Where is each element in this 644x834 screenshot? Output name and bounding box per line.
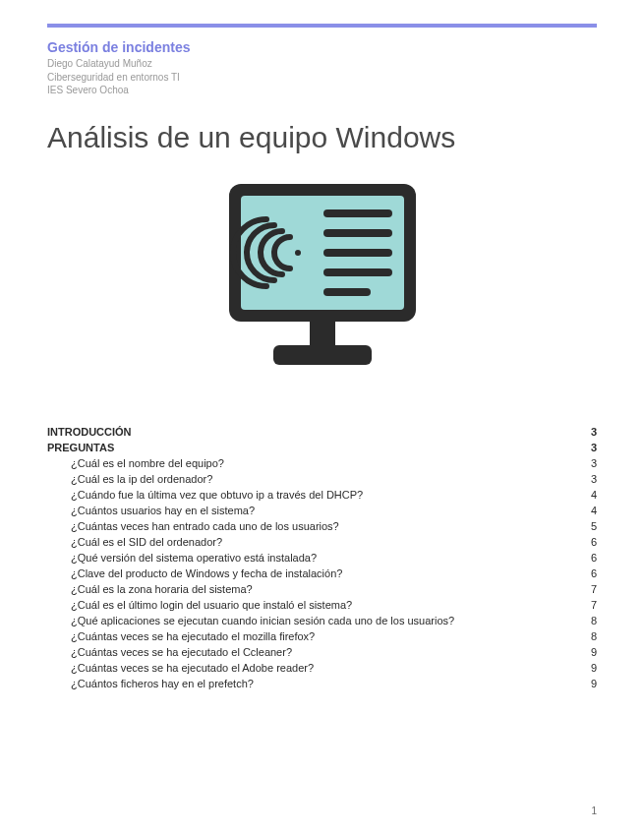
toc-section-row: INTRODUCCIÓN 3	[47, 424, 597, 440]
toc-item-row: ¿Cuántas veces se ha ejecutado el Adobe …	[47, 660, 597, 676]
toc-item-row: ¿Cuántas veces se ha ejecutado el Cclean…	[47, 644, 597, 660]
toc-item-page: 6	[581, 552, 597, 564]
toc-item-row: ¿Cuántas veces se ha ejecutado el mozill…	[47, 628, 597, 644]
subject-line: Gestión de incidentes	[47, 39, 597, 55]
toc-item-page: 4	[581, 489, 597, 501]
toc-item-row: ¿Cuántos usuarios hay en el sistema? 4	[47, 503, 597, 518]
toc-item-page: 6	[581, 567, 597, 579]
toc-item-page: 5	[581, 520, 597, 532]
toc-item-label: ¿Cuántos usuarios hay en el sistema?	[71, 505, 255, 516]
toc-item-page: 9	[581, 646, 597, 658]
toc-item-row: ¿Cuál es la ip del ordenador? 3	[47, 471, 597, 487]
toc-item-page: 3	[581, 473, 597, 485]
toc-item-page: 8	[581, 615, 597, 626]
toc-section-label: INTRODUCCIÓN	[47, 426, 132, 438]
page-title: Análisis de un equipo Windows	[47, 121, 597, 154]
toc-section-page: 3	[581, 442, 597, 453]
toc-item-row: ¿Cuál es la zona horaria del sistema? 7	[47, 581, 597, 597]
course-line: Ciberseguridad en entornos TI	[47, 71, 597, 85]
toc-item-page: 8	[581, 630, 597, 642]
toc-item-row: ¿Cuántas veces han entrado cada uno de l…	[47, 518, 597, 534]
svg-rect-3	[273, 345, 372, 365]
school-line: IES Severo Ochoa	[47, 84, 597, 97]
toc-item-page: 4	[581, 505, 597, 516]
toc-item-label: ¿Qué versión del sistema operativo está …	[71, 552, 317, 564]
top-border-rule	[47, 24, 597, 28]
document-header: Gestión de incidentes Diego Calatayud Mu…	[47, 39, 597, 97]
toc-item-label: ¿Cuántas veces se ha ejecutado el Cclean…	[71, 646, 292, 658]
toc-item-row: ¿Qué aplicaciones se ejecutan cuando ini…	[47, 613, 597, 628]
toc-item-row: ¿Cuál es el último login del usuario que…	[47, 597, 597, 613]
toc-section-row: PREGUNTAS 3	[47, 440, 597, 455]
toc-item-row: ¿Cuál es el nombre del equipo? 3	[47, 455, 597, 471]
toc-item-page: 7	[581, 583, 597, 595]
hero-illustration	[47, 178, 597, 375]
page-number: 1	[591, 805, 597, 816]
toc-item-label: ¿Cuándo fue la última vez que obtuvo ip …	[71, 489, 363, 501]
toc-item-row: ¿Cuántos ficheros hay en el prefetch? 9	[47, 676, 597, 691]
toc-item-row: ¿Cuándo fue la última vez que obtuvo ip …	[47, 487, 597, 503]
toc-item-page: 3	[581, 457, 597, 469]
toc-item-label: ¿Cuál es el último login del usuario que…	[71, 599, 352, 611]
toc-item-label: ¿Cuál es el nombre del equipo?	[71, 457, 224, 469]
toc-item-page: 7	[581, 599, 597, 611]
toc-item-row: ¿Cuál es el SID del ordenador? 6	[47, 534, 597, 550]
toc-item-label: ¿Cuál es la ip del ordenador?	[71, 473, 212, 485]
toc-item-label: ¿Qué aplicaciones se ejecutan cuando ini…	[71, 615, 454, 626]
toc-item-label: ¿Cuántas veces se ha ejecutado el mozill…	[71, 630, 315, 642]
toc-item-page: 9	[581, 678, 597, 689]
monitor-fingerprint-icon	[219, 178, 426, 375]
toc-item-label: ¿Cuántas veces han entrado cada uno de l…	[71, 520, 339, 532]
svg-rect-2	[310, 322, 335, 345]
toc-item-page: 9	[581, 662, 597, 674]
toc-item-row: ¿Qué versión del sistema operativo está …	[47, 550, 597, 566]
toc-item-label: ¿Cuántos ficheros hay en el prefetch?	[71, 678, 254, 689]
toc-item-label: ¿Clave del producto de Windows y fecha d…	[71, 567, 342, 579]
table-of-contents: INTRODUCCIÓN 3 PREGUNTAS 3 ¿Cuál es el n…	[47, 424, 597, 691]
toc-item-label: ¿Cuál es la zona horaria del sistema?	[71, 583, 253, 595]
toc-item-label: ¿Cuál es el SID del ordenador?	[71, 536, 222, 548]
toc-section-page: 3	[581, 426, 597, 438]
toc-item-label: ¿Cuántas veces se ha ejecutado el Adobe …	[71, 662, 314, 674]
author-line: Diego Calatayud Muñoz	[47, 57, 597, 71]
toc-item-row: ¿Clave del producto de Windows y fecha d…	[47, 566, 597, 581]
toc-section-label: PREGUNTAS	[47, 442, 114, 453]
toc-item-page: 6	[581, 536, 597, 548]
